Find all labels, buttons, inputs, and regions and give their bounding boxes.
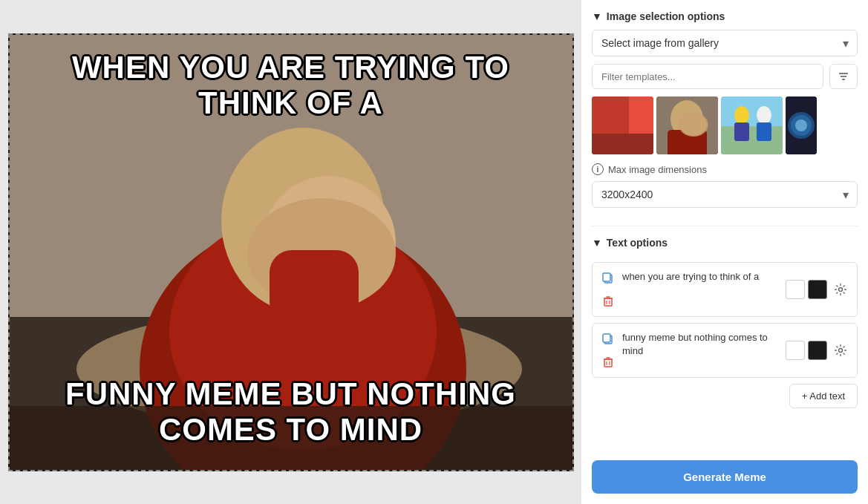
text-input-1[interactable]: when you are trying to think of a [622,270,781,309]
trash-icon-1 [601,294,615,307]
text-2-black-color[interactable] [808,341,827,360]
copy-text-1-button[interactable] [598,269,618,288]
svg-rect-46 [604,359,612,367]
text-row-1: when you are trying to think of a [592,262,858,317]
gallery-thumb-2[interactable] [656,96,718,154]
meme-bottom-text: FUNNY MEME BUT NOTHING COMES TO MIND [10,376,572,448]
gallery-thumbnails [592,96,858,154]
copy-text-2-button[interactable] [598,330,618,349]
text-2-settings-button[interactable] [830,340,851,361]
thumb-4-svg [786,96,817,154]
text-row-2-action-icons [598,330,618,371]
svg-rect-27 [721,126,783,154]
gallery-dropdown-wrapper: Select image from gallery ▾ [592,30,858,56]
text-2-white-color[interactable] [786,341,805,360]
svg-rect-20 [592,134,653,154]
dimensions-dropdown-wrapper: 3200x2400 ▾ [592,181,858,208]
text-triangle-icon: ▼ [592,237,602,249]
svg-rect-38 [604,298,612,306]
add-text-wrapper: + Add text [592,384,858,408]
controls-panel: ▼ Image selection options Select image f… [581,0,868,504]
max-dimensions-label: Max image dimensions [608,164,707,175]
text-1-settings-button[interactable] [830,279,851,300]
svg-point-30 [757,106,771,124]
meme-top-text: WHEN YOU ARE TRYING TO THINK OF A [10,50,572,121]
image-selection-header: ▼ Image selection options [592,10,858,22]
max-dimensions-row: i Max image dimensions [592,163,858,175]
image-selection-section: ▼ Image selection options Select image f… [592,10,858,215]
text-1-white-color[interactable] [786,280,805,299]
gallery-thumb-1[interactable] [592,96,653,154]
meme-preview-panel: WHEN YOU ARE TRYING TO THINK OF A FUNNY … [0,0,581,504]
settings-icon-1 [834,283,847,296]
text-options-section: ▼ Text options [592,237,858,408]
info-icon: i [592,163,604,175]
text-1-color-options [786,279,851,300]
text-options-label: Text options [607,237,668,249]
svg-point-51 [839,349,843,353]
text-options-header: ▼ Text options [592,237,858,249]
text-row-1-action-icons [598,269,618,310]
delete-text-2-button[interactable] [598,352,618,371]
dimensions-dropdown[interactable]: 3200x2400 [592,181,858,208]
filter-templates-input[interactable] [592,64,823,89]
svg-rect-13 [270,250,359,324]
delete-text-1-button[interactable] [598,291,618,310]
filter-icon [838,71,849,82]
meme-canvas: WHEN YOU ARE TRYING TO THINK OF A FUNNY … [8,33,574,471]
svg-point-43 [839,288,843,292]
copy-icon-1 [601,272,615,285]
add-text-button[interactable]: + Add text [789,384,858,408]
triangle-icon: ▼ [592,10,602,22]
generate-meme-button[interactable]: Generate Meme [592,460,858,494]
thumb-2-svg [656,96,718,154]
settings-icon-2 [834,344,847,357]
text-2-color-options [786,340,851,361]
svg-rect-37 [603,273,610,281]
gallery-thumb-3[interactable] [721,96,783,154]
filter-button[interactable] [829,64,858,89]
thumb-3-svg [721,96,783,154]
text-input-2[interactable]: funny meme but nothing comes to mind [622,331,781,370]
svg-rect-31 [757,122,771,141]
svg-rect-45 [603,334,610,342]
gallery-dropdown[interactable]: Select image from gallery [592,30,858,56]
trash-icon-2 [601,355,615,368]
svg-rect-29 [734,122,749,141]
text-1-black-color[interactable] [808,280,827,299]
filter-row [592,64,858,89]
text-row-2: funny meme but nothing comes to mind [592,323,858,378]
svg-point-28 [734,106,749,124]
svg-point-25 [679,113,708,137]
svg-point-35 [795,120,807,131]
meme-background: WHEN YOU ARE TRYING TO THINK OF A FUNNY … [10,35,572,470]
copy-icon-2 [601,333,615,346]
thumb-1-svg [592,96,653,154]
gallery-thumb-4[interactable] [786,96,817,154]
image-selection-label: Image selection options [607,10,725,22]
section-divider [592,226,858,226]
